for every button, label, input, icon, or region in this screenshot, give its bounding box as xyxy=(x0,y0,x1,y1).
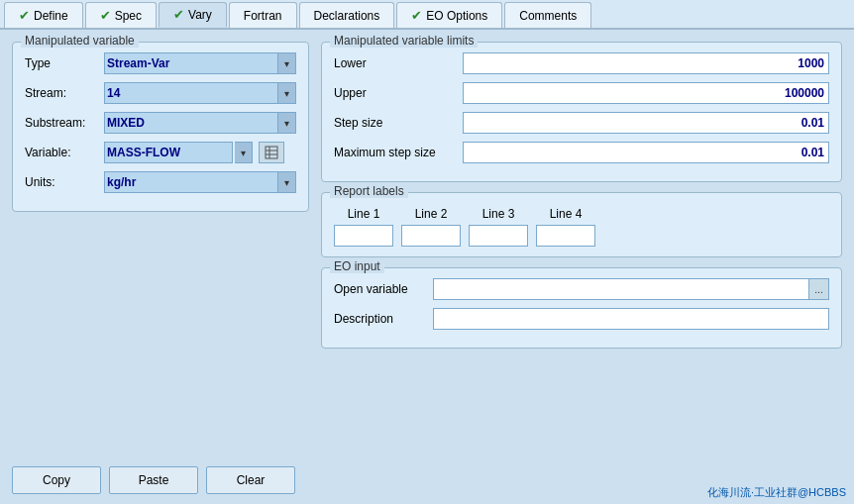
units-select[interactable]: kg/hr xyxy=(104,171,278,193)
description-row: Description xyxy=(334,308,829,330)
manipulated-variable-group: Manipulated variable Type Stream-Var ▾ S… xyxy=(12,42,309,212)
stream-select[interactable]: 14 xyxy=(104,82,278,104)
stream-select-arrow[interactable]: ▾ xyxy=(278,82,296,104)
eo-check-icon: ✔ xyxy=(411,8,422,23)
variable-label: Variable: xyxy=(25,146,104,159)
report-cols: Line 1 Line 2 Line 3 Line 4 xyxy=(334,207,829,247)
define-check-icon: ✔ xyxy=(19,8,30,23)
report-labels-group: Report labels Line 1 Line 2 Line 3 Line … xyxy=(321,192,842,257)
tab-spec[interactable]: ✔ Spec xyxy=(85,2,157,28)
units-row: Units: kg/hr ▾ xyxy=(25,171,296,193)
max-step-label: Maximum step size xyxy=(334,146,463,159)
type-row: Type Stream-Var ▾ xyxy=(25,52,296,74)
stream-control-wrap: 14 ▾ xyxy=(104,82,296,104)
stream-row: Stream: 14 ▾ xyxy=(25,82,296,104)
description-label: Description xyxy=(334,312,433,326)
tab-define-label: Define xyxy=(34,9,68,23)
watermark: 化海川流·工业社群@HCBBS xyxy=(707,485,846,500)
tab-fortran[interactable]: Fortran xyxy=(229,2,297,28)
open-variable-label: Open variable xyxy=(334,282,433,296)
tab-declarations[interactable]: Declarations xyxy=(299,2,395,28)
stream-label: Stream: xyxy=(25,86,104,100)
units-select-arrow[interactable]: ▾ xyxy=(278,171,296,193)
copy-button[interactable]: Copy xyxy=(12,466,101,494)
tab-comments-label: Comments xyxy=(519,9,577,23)
variable-row: Variable: MASS-FLOW ▾ xyxy=(25,142,296,163)
variable-table-button[interactable] xyxy=(259,142,284,163)
tab-define[interactable]: ✔ Define xyxy=(4,2,83,28)
tab-vary-label: Vary xyxy=(188,8,212,22)
report-col-2: Line 2 xyxy=(401,207,461,247)
tab-eo-options[interactable]: ✔ EO Options xyxy=(396,2,502,28)
units-control-wrap: kg/hr ▾ xyxy=(104,171,296,193)
tab-comments[interactable]: Comments xyxy=(504,2,591,28)
substream-row: Substream: MIXED ▾ xyxy=(25,112,296,134)
line1-input[interactable] xyxy=(334,225,393,247)
type-control-wrap: Stream-Var ▾ xyxy=(104,52,296,74)
table-icon xyxy=(265,146,278,159)
open-variable-input[interactable] xyxy=(433,278,809,300)
vary-check-icon: ✔ xyxy=(173,7,184,22)
max-step-row: Maximum step size xyxy=(334,142,829,163)
upper-label: Upper xyxy=(334,86,463,100)
line3-label: Line 3 xyxy=(482,207,515,221)
tab-vary[interactable]: ✔ Vary xyxy=(159,2,227,28)
units-label: Units: xyxy=(25,175,104,189)
limits-group: Manipulated variable limits Lower Upper … xyxy=(321,42,842,182)
browse-icon: ... xyxy=(814,284,822,295)
upper-input[interactable] xyxy=(463,82,829,104)
substream-control-wrap: MIXED ▾ xyxy=(104,112,296,134)
line4-label: Line 4 xyxy=(550,207,583,221)
manipulated-variable-title: Manipulated variable xyxy=(21,34,139,48)
left-panel: Manipulated variable Type Stream-Var ▾ S… xyxy=(12,42,309,447)
eo-input-title: EO input xyxy=(330,259,384,273)
substream-label: Substream: xyxy=(25,116,104,130)
type-label: Type xyxy=(25,56,104,70)
line3-input[interactable] xyxy=(469,225,528,247)
line1-label: Line 1 xyxy=(348,207,380,221)
max-step-input[interactable] xyxy=(463,142,829,163)
eo-input-group: EO input Open variable ... Description xyxy=(321,267,842,349)
clear-button[interactable]: Clear xyxy=(206,466,295,494)
report-labels-title: Report labels xyxy=(330,184,408,198)
type-select-arrow[interactable]: ▾ xyxy=(278,52,296,74)
step-size-input[interactable] xyxy=(463,112,829,134)
report-col-4: Line 4 xyxy=(536,207,595,247)
upper-row: Upper xyxy=(334,82,829,104)
open-variable-wrap: ... xyxy=(433,278,829,300)
paste-button[interactable]: Paste xyxy=(109,466,198,494)
limits-title: Manipulated variable limits xyxy=(330,34,478,48)
report-col-1: Line 1 xyxy=(334,207,393,247)
open-variable-row: Open variable ... xyxy=(334,278,829,300)
tab-spec-label: Spec xyxy=(115,9,142,23)
line2-label: Line 2 xyxy=(415,207,448,221)
substream-select-arrow[interactable]: ▾ xyxy=(278,112,296,134)
lower-row: Lower xyxy=(334,52,829,74)
type-select[interactable]: Stream-Var xyxy=(104,52,278,74)
description-wrap xyxy=(433,308,829,330)
substream-select[interactable]: MIXED xyxy=(104,112,278,134)
tab-bar: ✔ Define ✔ Spec ✔ Vary Fortran Declarati… xyxy=(0,0,854,30)
svg-rect-0 xyxy=(266,147,277,158)
report-col-3: Line 3 xyxy=(469,207,528,247)
spec-check-icon: ✔ xyxy=(100,8,111,23)
description-input[interactable] xyxy=(433,308,829,330)
variable-control-wrap: MASS-FLOW ▾ xyxy=(104,142,284,163)
tab-declarations-label: Declarations xyxy=(314,9,380,23)
variable-select[interactable]: MASS-FLOW xyxy=(104,142,233,163)
step-size-row: Step size xyxy=(334,112,829,134)
line4-input[interactable] xyxy=(536,225,595,247)
lower-label: Lower xyxy=(334,56,463,70)
lower-input[interactable] xyxy=(463,52,829,74)
main-content: Manipulated variable Type Stream-Var ▾ S… xyxy=(0,30,854,458)
tab-eo-options-label: EO Options xyxy=(426,9,487,23)
variable-select-arrow[interactable]: ▾ xyxy=(235,142,253,163)
tab-fortran-label: Fortran xyxy=(244,9,282,23)
step-size-label: Step size xyxy=(334,116,463,130)
open-variable-browse-button[interactable]: ... xyxy=(809,278,829,300)
line2-input[interactable] xyxy=(401,225,461,247)
right-panel: Manipulated variable limits Lower Upper … xyxy=(321,42,842,447)
